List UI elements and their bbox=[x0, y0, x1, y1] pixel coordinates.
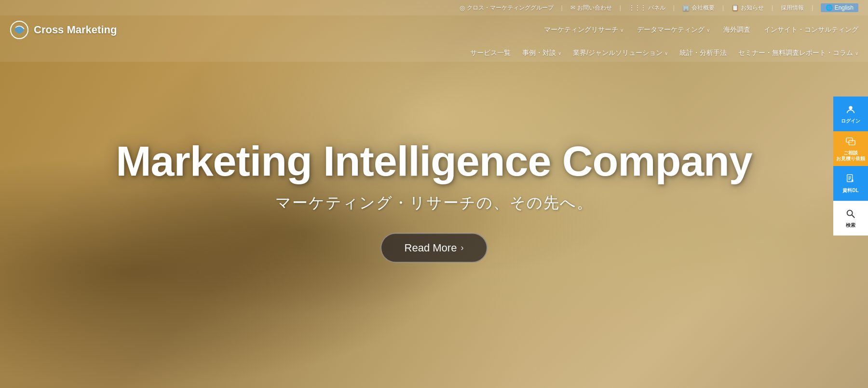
chevron-down-icon: ∨ bbox=[620, 28, 624, 33]
nav-insight[interactable]: インサイト・コンサルティング bbox=[764, 26, 858, 34]
svg-rect-3 bbox=[849, 140, 855, 145]
nav-seminar[interactable]: セミナー・無料調査レポート・コラム ∨ bbox=[738, 49, 858, 57]
nav-case-study[interactable]: 事例・対談 ∨ bbox=[522, 49, 561, 57]
svg-line-9 bbox=[852, 215, 855, 218]
sidebar-actions: ログイン ご相談 お見積り依頼 資料DL bbox=[833, 97, 868, 236]
document-button[interactable]: 資料DL bbox=[833, 166, 868, 201]
hero-subtitle: マーケティング・リサーチの、その先へ。 bbox=[0, 192, 868, 213]
chevron-down-icon: ∨ bbox=[706, 28, 710, 33]
panel-link[interactable]: ⋮⋮⋮ パネル bbox=[629, 4, 665, 12]
login-button[interactable]: ログイン bbox=[833, 97, 868, 131]
english-link[interactable]: 🌐 English bbox=[821, 3, 858, 12]
news-icon: 📋 bbox=[732, 4, 739, 11]
nav-links-primary: マーケティングリサーチ ∨ データマーケティング ∨ 海外調査 インサイト・コン… bbox=[544, 26, 858, 34]
nav-industry[interactable]: 業界/ジャンルソリューション ∨ bbox=[573, 49, 668, 57]
recruit-link[interactable]: 採用情報 bbox=[781, 4, 804, 12]
group-link[interactable]: ◎ クロス・マーケティンググループ bbox=[460, 4, 554, 12]
hero-title: Marketing Intelligence Company bbox=[0, 138, 868, 185]
mail-icon: ✉ bbox=[570, 4, 575, 11]
login-label: ログイン bbox=[841, 118, 860, 124]
svg-point-1 bbox=[849, 106, 852, 109]
logo-area[interactable]: Cross Marketing bbox=[10, 20, 117, 40]
chat-icon bbox=[845, 136, 856, 148]
nav-row-secondary: サービス一覧 事例・対談 ∨ 業界/ジャンルソリューション ∨ 統計・分析手法 … bbox=[10, 44, 858, 62]
svg-point-8 bbox=[847, 210, 853, 216]
nav-service-list[interactable]: サービス一覧 bbox=[470, 49, 511, 57]
chevron-right-icon: › bbox=[461, 243, 463, 253]
read-more-label: Read More bbox=[405, 241, 457, 254]
main-navigation: Cross Marketing マーケティングリサーチ ∨ データマーケティング… bbox=[0, 15, 868, 62]
group-icon: ◎ bbox=[460, 4, 465, 12]
nav-statistics[interactable]: 統計・分析手法 bbox=[679, 49, 727, 57]
document-label: 資料DL bbox=[842, 188, 858, 194]
nav-overseas[interactable]: 海外調査 bbox=[723, 26, 750, 34]
search-button[interactable]: 検索 bbox=[833, 201, 868, 236]
logo-icon bbox=[10, 20, 29, 40]
globe-icon: 🌐 bbox=[826, 4, 833, 11]
chevron-down-icon: ∨ bbox=[855, 51, 858, 56]
nav-data-marketing[interactable]: データマーケティング ∨ bbox=[637, 26, 710, 34]
nav-marketing-research[interactable]: マーケティングリサーチ ∨ bbox=[544, 26, 624, 34]
hero-content: Marketing Intelligence Company マーケティング・リ… bbox=[0, 138, 868, 263]
grid-icon: ⋮⋮⋮ bbox=[629, 4, 646, 11]
company-link[interactable]: 🏢 会社概要 bbox=[682, 4, 715, 12]
chevron-down-icon: ∨ bbox=[665, 51, 668, 56]
chevron-down-icon: ∨ bbox=[558, 51, 561, 56]
brand-name: Cross Marketing bbox=[34, 24, 117, 36]
search-icon bbox=[845, 208, 856, 221]
search-label: 検索 bbox=[846, 222, 855, 228]
news-link[interactable]: 📋 お知らせ bbox=[732, 4, 764, 12]
contact-link[interactable]: ✉ お問い合わせ bbox=[570, 4, 612, 12]
consult-button[interactable]: ご相談 お見積り依頼 bbox=[833, 131, 868, 166]
user-icon bbox=[845, 104, 856, 116]
nav-row-primary: Cross Marketing マーケティングリサーチ ∨ データマーケティング… bbox=[10, 15, 858, 44]
consult-label: ご相談 お見積り依頼 bbox=[836, 150, 865, 162]
top-utility-bar: ◎ クロス・マーケティンググループ | ✉ お問い合わせ | ⋮⋮⋮ パネル |… bbox=[0, 0, 868, 15]
read-more-button[interactable]: Read More › bbox=[380, 233, 488, 263]
document-icon bbox=[845, 174, 856, 186]
building-icon: 🏢 bbox=[682, 4, 690, 11]
